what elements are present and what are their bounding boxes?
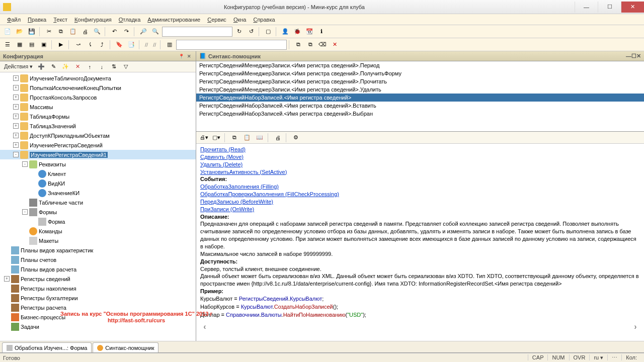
del-obj-icon[interactable]: ⌫ <box>317 39 328 50</box>
tree-item[interactable]: -Реквизиты <box>0 159 196 169</box>
wand-icon[interactable]: ✨ <box>60 61 71 72</box>
tree-item[interactable]: ЗначениеКИ <box>0 188 196 198</box>
pin-icon[interactable]: 📍 <box>178 53 185 60</box>
paste-obj-icon[interactable]: ⧉ <box>305 39 316 50</box>
syntax-row[interactable]: РегистрСведенийНаборЗаписей.<Имя регистр… <box>196 94 644 102</box>
proc-select[interactable] <box>176 40 287 50</box>
help-link[interactable]: ПриЗаписи (OnWrite) <box>200 206 254 212</box>
tree-item[interactable]: +ТаблицаФормы <box>0 112 196 121</box>
tree-item[interactable]: -ИзучениеРегистраСведений1 <box>0 150 196 159</box>
grid-icon[interactable]: ▦ <box>14 39 25 50</box>
new-icon[interactable]: 📄 <box>2 26 13 37</box>
tree-item[interactable]: +ПопыткаИсключениеКонецПопытки <box>0 83 196 93</box>
tree-item[interactable]: Макеты <box>0 236 196 245</box>
tree-item[interactable]: +ДоступКПрикладнымОбъектам <box>0 131 196 140</box>
list-icon[interactable]: ☰ <box>2 39 13 50</box>
help-body[interactable]: Прочитать (Read)Сдвинуть (Move)Удалить (… <box>196 144 644 341</box>
help-link[interactable]: Сдвинуть (Move) <box>200 154 244 160</box>
menu-правка[interactable]: Правка <box>25 16 49 24</box>
syntax-row[interactable]: РегистрСведенийНаборЗаписей.<Имя регистр… <box>196 102 644 110</box>
book-icon[interactable]: 📖 <box>254 132 265 143</box>
tree-item[interactable]: +ИзучениеТабличногоДокумента <box>0 73 196 83</box>
tree-item[interactable]: Задачи <box>0 322 196 331</box>
tree-item[interactable]: +Регистры сведений <box>0 274 196 284</box>
tree-item[interactable]: Планы видов расчета <box>0 264 196 274</box>
bookmark2-icon[interactable]: 📑 <box>126 39 137 50</box>
step-out-icon[interactable]: ⤴ <box>97 39 108 50</box>
bookmark-icon[interactable]: 🔖 <box>114 39 125 50</box>
search-input[interactable] <box>162 27 232 37</box>
paste-icon[interactable]: 📋 <box>67 26 78 37</box>
menu-окна[interactable]: Окна <box>230 16 250 24</box>
refresh-icon[interactable]: ↻ <box>233 26 245 37</box>
menu-конфигурация[interactable]: Конфигурация <box>71 16 115 24</box>
run-icon[interactable]: ▶ <box>55 39 66 50</box>
uncomment-icon[interactable]: // <box>151 42 158 48</box>
save-icon[interactable]: 💾 <box>26 26 37 37</box>
syntax-list[interactable]: РегистрСведенийМенеджерЗаписи.<Имя регис… <box>196 61 644 132</box>
cut-icon[interactable]: ✂ <box>43 26 54 37</box>
menu-сервис[interactable]: Сервис <box>204 16 229 24</box>
preview-icon[interactable]: 🔍 <box>92 26 103 37</box>
tree-item[interactable]: +ТаблицаЗначений <box>0 121 196 131</box>
mode-icon[interactable]: ▢▾ <box>211 132 222 143</box>
sort-icon[interactable]: ⇅ <box>108 61 119 72</box>
syntax-row[interactable]: РегистрСведенийНаборЗаписей.<Имя регистр… <box>196 110 644 118</box>
find-icon[interactable]: 🔎 <box>138 26 149 37</box>
syntax-close-icon[interactable]: ✕ <box>636 53 641 59</box>
help-link[interactable]: УстановитьАктивность (SetActive) <box>200 169 287 175</box>
close-tab-icon[interactable]: ✕ <box>329 39 340 50</box>
menu-текст[interactable]: Текст <box>50 16 70 24</box>
syntax-max-icon[interactable]: ☐ <box>631 53 636 59</box>
step-in-icon[interactable]: ⤹ <box>85 39 96 50</box>
help-link[interactable]: ОбработкаПроверкиЗаполнения (FillCheckPr… <box>200 191 339 197</box>
down-icon[interactable]: ↓ <box>96 61 107 72</box>
tree-item[interactable]: +ПростаяКонсольЗапросов <box>0 93 196 102</box>
edit-icon[interactable]: ✎ <box>48 61 59 72</box>
calendar-icon[interactable]: 📆 <box>304 26 315 37</box>
tree-item[interactable]: Регистры бухгалтерии <box>0 293 196 303</box>
syntax-row[interactable]: РегистрСведенийМенеджерЗаписи.<Имя регис… <box>196 77 644 85</box>
step-over-icon[interactable]: ⤻ <box>72 39 84 50</box>
zoom-icon[interactable]: 🔍 <box>150 26 161 37</box>
paste-help-icon[interactable]: 📋 <box>242 132 253 143</box>
menu-отладка[interactable]: Отладка <box>116 16 144 24</box>
help-link[interactable]: Удалить (Delete) <box>200 161 243 167</box>
close-button[interactable]: ✕ <box>621 2 644 13</box>
tree-item[interactable]: -Формы <box>0 207 196 217</box>
help-link[interactable]: ОбработкаЗаполнения (Filling) <box>200 184 279 190</box>
tree-item[interactable]: Регистры расчета <box>0 303 196 312</box>
doc-tab[interactable]: Синтакс-помощник <box>93 342 158 352</box>
tree-item[interactable]: +Массивы <box>0 102 196 112</box>
debug-icon[interactable]: 🐞 <box>292 26 303 37</box>
refresh2-icon[interactable]: ↺ <box>246 26 257 37</box>
print-help-icon[interactable]: 🖨▾ <box>198 132 209 143</box>
help-link[interactable]: Прочитать (Read) <box>200 146 246 152</box>
panel-close-icon[interactable]: ✕ <box>186 53 193 60</box>
window-icon[interactable]: ▢ <box>263 26 274 37</box>
print-icon[interactable]: 🖨 <box>79 26 91 37</box>
table-icon[interactable]: ▤ <box>26 39 37 50</box>
minimize-button[interactable]: — <box>575 2 598 13</box>
copy-icon[interactable]: ⧉ <box>55 26 66 37</box>
tree-item[interactable]: Бизнес-процессы <box>0 312 196 322</box>
doc-tab[interactable]: Обработка Изучен...: Форма <box>2 342 92 352</box>
settings-icon[interactable]: ⚙ <box>290 132 301 143</box>
syntax-row[interactable]: РегистрСведенийМенеджерЗаписи.<Имя регис… <box>196 69 644 77</box>
copy-help-icon[interactable]: ⧉ <box>229 132 240 143</box>
open-icon[interactable]: 📂 <box>14 26 25 37</box>
up-icon[interactable]: ↑ <box>84 61 95 72</box>
syntax-min-icon[interactable]: — <box>626 53 631 59</box>
tree-item[interactable]: Форма <box>0 217 196 226</box>
help-icon[interactable]: ℹ <box>316 26 327 37</box>
copy-obj-icon[interactable]: ⧉ <box>293 39 304 50</box>
redo-icon[interactable]: ↷ <box>121 26 132 37</box>
undo-icon[interactable]: ↶ <box>109 26 120 37</box>
maximize-button[interactable]: ☐ <box>598 2 621 13</box>
config-tree[interactable]: +ИзучениеТабличногоДокумента+ПопыткаИскл… <box>0 72 196 341</box>
help-link[interactable]: ПередЗаписью (BeforeWrite) <box>200 199 273 205</box>
tree-item[interactable]: Команды <box>0 226 196 236</box>
syntax-row[interactable]: РегистрСведенийМенеджерЗаписи.<Имя регис… <box>196 85 644 94</box>
tree-item[interactable]: +ИзучениеРегистраСведений <box>0 140 196 150</box>
tree-item[interactable]: Табличные части <box>0 198 196 207</box>
